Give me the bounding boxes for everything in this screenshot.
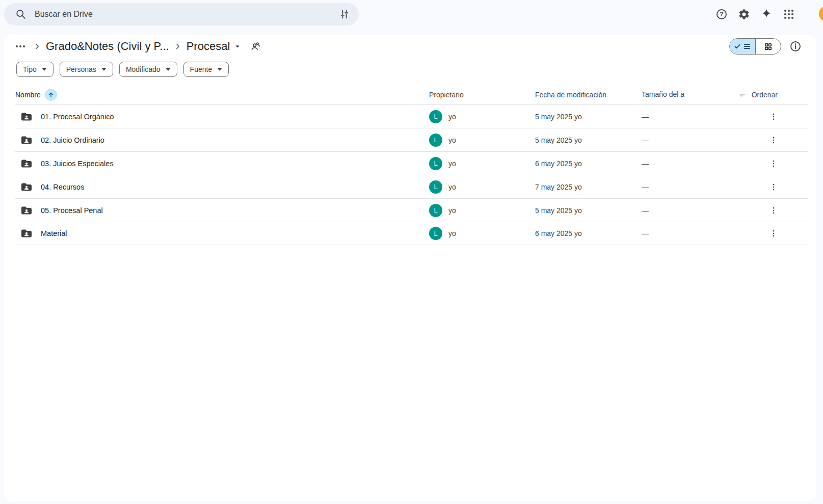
file-size: — [642,206,731,215]
shared-folder-icon [20,111,33,123]
shared-people-icon[interactable] [250,41,261,52]
owner-avatar: L [429,227,442,240]
filter-tipo-label: Tipo [23,65,37,73]
table-body: 01. Procesal Orgánico L yo 5 may 2025 yo… [15,104,808,245]
dropdown-caret-icon [166,68,171,71]
settings-icon[interactable] [738,8,750,20]
dropdown-caret-icon [217,68,222,71]
more-options-icon[interactable] [767,134,780,146]
dropdown-caret-icon [101,68,107,71]
shared-folder-icon [20,204,33,217]
filter-personas-label: Personas [66,65,96,73]
shared-folder-icon [20,134,33,146]
owner-label: yo [448,183,456,191]
grid-view-button[interactable] [755,39,781,54]
search-icon [15,9,26,20]
view-toggle [729,38,781,55]
sort-order-button[interactable]: Ordenar [731,91,808,99]
dropdown-caret-icon [233,42,242,51]
file-size: — [642,160,731,168]
filter-chips: Tipo Personas Modificado Fuente [16,62,808,77]
folder-name: Material [41,229,67,237]
table-row[interactable]: 04. Recursos L yo 7 may 2025 yo — [15,175,808,198]
layout-controls [729,38,802,55]
filter-fuente[interactable]: Fuente [183,62,229,77]
apps-grid-icon[interactable] [783,8,795,20]
grid-icon [764,42,773,51]
modified-date: 6 may 2025 yo [535,229,642,237]
owner-avatar: L [429,180,442,194]
owner-label: yo [448,136,456,144]
folder-name: 03. Juicios Especiales [41,160,114,168]
table-row[interactable]: 03. Juicios Especiales L yo 6 may 2025 y… [15,151,808,175]
breadcrumb-more-icon[interactable] [12,38,29,55]
folder-name: 02. Juicio Ordinario [41,136,104,144]
file-size: — [642,136,731,144]
info-icon[interactable] [789,40,802,52]
account-avatar[interactable] [819,6,823,22]
shared-folder-icon [20,181,33,193]
table-row[interactable]: 02. Juicio Ordinario L yo 5 may 2025 yo … [15,128,808,151]
owner-label: yo [448,229,456,237]
sort-order-label: Ordenar [752,91,778,99]
filter-personas[interactable]: Personas [60,62,113,77]
sort-lines-icon [739,91,747,99]
shared-folder-icon [20,227,33,240]
filter-modificado[interactable]: Modificado [119,62,177,77]
chevron-right-icon [33,42,42,51]
modified-date: 5 may 2025 yo [535,136,642,144]
more-options-icon[interactable] [767,181,780,193]
header-nombre-label: Nombre [15,91,41,99]
breadcrumb: Grado&Notes (Civil y P... Procesal [12,35,808,58]
breadcrumb-current-label: Procesal [187,40,230,53]
filter-modificado-label: Modificado [126,65,161,73]
shared-folder-icon [20,157,33,170]
chevron-right-icon [173,42,182,51]
modified-date: 5 may 2025 yo [535,113,642,121]
file-size: — [642,183,731,191]
top-bar: ? [0,0,823,28]
breadcrumb-parent[interactable]: Grado&Notes (Civil y P... [46,40,169,53]
owner-label: yo [448,160,456,168]
more-options-icon[interactable] [767,111,780,123]
modified-date: 7 may 2025 yo [535,183,642,191]
gemini-sparkle-icon[interactable] [760,8,773,20]
table-row[interactable]: 01. Procesal Orgánico L yo 5 may 2025 yo… [15,104,808,128]
header-tamano: Tamaño del archivo [642,90,731,100]
more-options-icon[interactable] [767,227,780,240]
sort-ascending-icon[interactable] [45,89,57,101]
folder-name: 05. Procesal Penal [41,206,103,215]
modified-date: 6 may 2025 yo [535,160,642,168]
file-size: — [642,113,731,121]
topbar-actions: ? [715,0,795,28]
list-icon [743,42,751,50]
owner-avatar: L [429,204,442,217]
dropdown-caret-icon [42,68,47,71]
more-options-icon[interactable] [767,204,780,217]
owner-avatar: L [429,157,442,170]
owner-avatar: L [429,110,442,123]
filter-fuente-label: Fuente [190,65,213,73]
folder-name: 04. Recursos [41,183,84,191]
breadcrumb-current[interactable]: Procesal [187,40,243,53]
drive-content-card: Grado&Notes (Civil y P... Procesal [4,35,816,501]
owner-label: yo [448,113,456,121]
tune-icon[interactable] [338,8,351,20]
help-icon[interactable]: ? [715,8,728,20]
file-table: Nombre Propietario Fecha de modificación… [12,85,808,245]
more-options-icon[interactable] [767,157,780,170]
header-fecha: Fecha de modificación [535,91,642,99]
list-view-button[interactable] [730,39,755,54]
table-row[interactable]: 05. Procesal Penal L yo 5 may 2025 yo — [15,198,808,222]
owner-avatar: L [429,134,442,147]
search-bar[interactable] [4,3,359,25]
folder-name: 01. Procesal Orgánico [41,113,114,121]
header-propietario: Propietario [429,91,535,99]
filter-tipo[interactable]: Tipo [16,62,54,77]
owner-label: yo [448,206,456,215]
table-row[interactable]: Material L yo 6 may 2025 yo — [15,222,808,245]
table-header: Nombre Propietario Fecha de modificación… [15,85,808,104]
header-nombre[interactable]: Nombre [15,89,429,101]
check-icon [734,43,741,50]
search-input[interactable] [34,9,338,19]
